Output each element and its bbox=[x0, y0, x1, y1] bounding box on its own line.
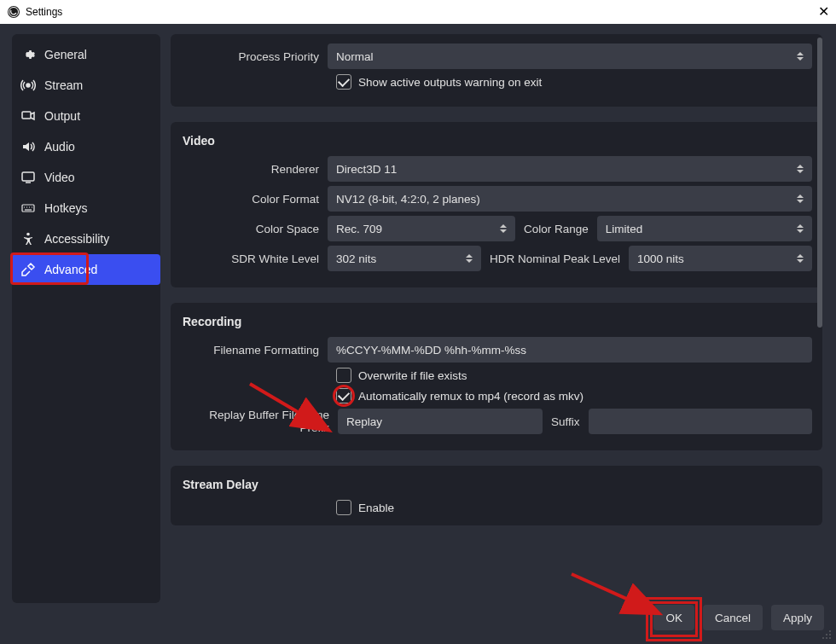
accessibility-icon bbox=[20, 231, 36, 247]
svg-point-0 bbox=[8, 6, 20, 18]
video-panel: Video Renderer Direct3D 11 Color Format … bbox=[171, 122, 822, 287]
sidebar-item-label: Stream bbox=[44, 78, 83, 92]
sidebar-item-stream[interactable]: Stream bbox=[12, 70, 160, 101]
filename-formatting-input[interactable]: %CCYY-%MM-%DD %hh-%mm-%ss bbox=[328, 337, 812, 363]
chevron-updown-icon bbox=[797, 219, 807, 238]
annotation-box bbox=[650, 601, 698, 637]
sidebar-item-label: General bbox=[44, 48, 87, 61]
stream-delay-enable-label: Enable bbox=[358, 502, 394, 514]
svg-point-17 bbox=[826, 637, 827, 639]
close-button[interactable]: ✕ bbox=[818, 3, 829, 20]
sidebar-item-label: Hotkeys bbox=[44, 201, 88, 215]
chevron-updown-icon bbox=[797, 47, 807, 66]
color-range-select[interactable]: Limited bbox=[597, 216, 812, 241]
sidebar-item-label: Video bbox=[44, 171, 75, 184]
apply-button[interactable]: Apply bbox=[771, 605, 824, 630]
spinner-icon bbox=[466, 249, 476, 268]
svg-rect-6 bbox=[22, 205, 34, 212]
auto-remux-label: Automatically remux to mp4 (record as mk… bbox=[358, 390, 583, 403]
svg-point-2 bbox=[26, 84, 30, 87]
sidebar-item-output[interactable]: Output bbox=[12, 101, 160, 131]
replay-prefix-input[interactable]: Replay bbox=[338, 409, 543, 434]
sidebar-item-general[interactable]: General bbox=[12, 39, 160, 70]
color-space-label: Color Space bbox=[181, 223, 328, 235]
monitor-icon bbox=[20, 170, 36, 185]
suffix-label: Suffix bbox=[543, 415, 589, 428]
renderer-label: Renderer bbox=[181, 163, 328, 176]
general-panel: Process Priority Normal Show active outp… bbox=[171, 34, 822, 107]
sidebar-item-video[interactable]: Video bbox=[12, 162, 160, 193]
stream-delay-panel: Stream Delay Enable bbox=[171, 466, 822, 525]
stream-delay-enable-checkbox[interactable] bbox=[336, 500, 351, 515]
keyboard-icon bbox=[20, 200, 36, 216]
svg-point-18 bbox=[822, 637, 824, 639]
replay-prefix-label: Replay Buffer Filename Prefix bbox=[181, 409, 338, 434]
sidebar: General Stream Output Audio Video Hotkey… bbox=[12, 34, 160, 603]
chevron-updown-icon bbox=[500, 219, 510, 238]
video-title: Video bbox=[183, 134, 812, 148]
color-range-label: Color Range bbox=[515, 223, 597, 235]
show-active-outputs-label: Show active outputs warning on exit bbox=[358, 76, 542, 89]
output-icon bbox=[20, 108, 36, 124]
chevron-updown-icon bbox=[797, 160, 807, 178]
spinner-icon bbox=[797, 249, 807, 268]
filename-formatting-label: Filename Formatting bbox=[181, 344, 328, 357]
cancel-button[interactable]: Cancel bbox=[703, 605, 763, 630]
svg-rect-4 bbox=[22, 172, 34, 181]
svg-point-13 bbox=[829, 630, 831, 632]
sdr-white-input[interactable]: 302 nits bbox=[328, 246, 481, 271]
footer: OK Cancel Apply bbox=[0, 605, 824, 634]
recording-panel: Recording Filename Formatting %CCYY-%MM-… bbox=[171, 303, 822, 450]
svg-point-14 bbox=[829, 634, 831, 635]
color-format-select[interactable]: NV12 (8-bit, 4:2:0, 2 planes) bbox=[328, 186, 812, 212]
color-space-select[interactable]: Rec. 709 bbox=[328, 216, 515, 241]
color-format-label: Color Format bbox=[181, 193, 328, 206]
resize-grip-icon[interactable] bbox=[821, 629, 833, 641]
sidebar-item-hotkeys[interactable]: Hotkeys bbox=[12, 193, 160, 223]
stream-delay-title: Stream Delay bbox=[183, 478, 812, 491]
overwrite-checkbox[interactable] bbox=[336, 368, 351, 383]
sidebar-item-audio[interactable]: Audio bbox=[12, 131, 160, 162]
overwrite-label: Overwrite if file exists bbox=[358, 369, 467, 382]
hdr-peak-input[interactable]: 1000 nits bbox=[629, 246, 812, 271]
svg-rect-3 bbox=[22, 112, 31, 119]
process-priority-label: Process Priority bbox=[181, 50, 328, 63]
hdr-peak-label: HDR Nominal Peak Level bbox=[481, 252, 629, 265]
sidebar-item-label: Output bbox=[44, 109, 80, 123]
scrollbar[interactable] bbox=[817, 38, 822, 328]
recording-title: Recording bbox=[183, 315, 812, 328]
chevron-updown-icon bbox=[797, 189, 807, 208]
sidebar-item-accessibility[interactable]: Accessibility bbox=[12, 223, 160, 254]
sidebar-item-label: Accessibility bbox=[44, 232, 109, 246]
process-priority-select[interactable]: Normal bbox=[328, 44, 812, 69]
show-active-outputs-checkbox[interactable] bbox=[336, 74, 351, 90]
gear-icon bbox=[20, 47, 36, 62]
sdr-white-label: SDR White Level bbox=[181, 252, 328, 265]
window-title: Settings bbox=[26, 6, 62, 18]
svg-point-12 bbox=[26, 233, 30, 236]
suffix-input[interactable] bbox=[589, 409, 812, 434]
svg-point-16 bbox=[829, 637, 831, 639]
content-area: Process Priority Normal Show active outp… bbox=[171, 34, 822, 562]
broadcast-icon bbox=[20, 78, 36, 93]
titlebar: Settings ✕ bbox=[0, 0, 836, 24]
annotation-circle bbox=[333, 385, 355, 407]
obs-icon bbox=[7, 5, 20, 19]
svg-point-15 bbox=[826, 634, 827, 635]
sidebar-item-label: Audio bbox=[44, 140, 75, 154]
volume-icon bbox=[20, 139, 36, 154]
renderer-select[interactable]: Direct3D 11 bbox=[328, 156, 812, 182]
